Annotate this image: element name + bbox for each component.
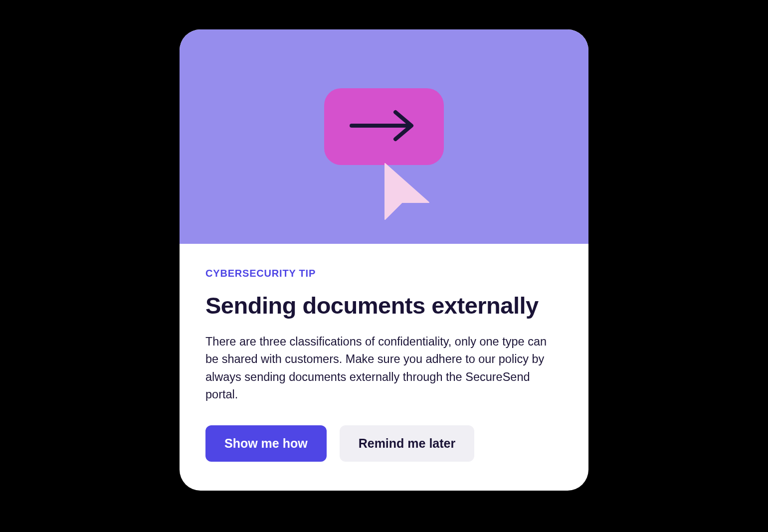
hero-illustration-button (324, 88, 444, 165)
card-hero (180, 29, 588, 244)
card-description: There are three classifications of confi… (205, 333, 563, 403)
card-title: Sending documents externally (205, 292, 563, 319)
eyebrow-label: CYBERSECURITY TIP (205, 268, 563, 279)
arrow-right-icon (347, 108, 421, 145)
button-row: Show me how Remind me later (205, 425, 563, 462)
cursor-icon (381, 160, 436, 231)
remind-me-later-button[interactable]: Remind me later (340, 425, 475, 462)
show-me-how-button[interactable]: Show me how (205, 425, 327, 462)
card-body: CYBERSECURITY TIP Sending documents exte… (180, 244, 588, 491)
tip-card: CYBERSECURITY TIP Sending documents exte… (180, 29, 588, 491)
